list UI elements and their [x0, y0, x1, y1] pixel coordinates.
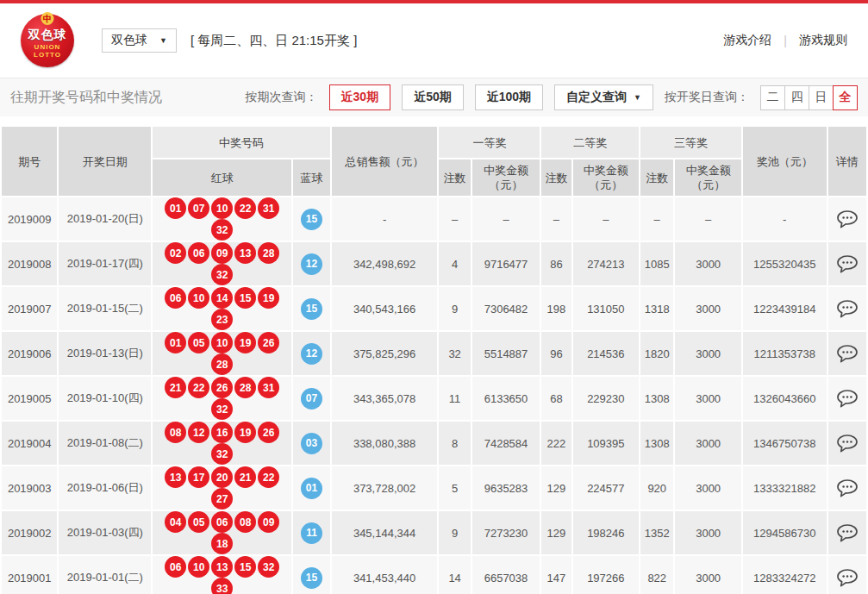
red-ball: 31	[258, 197, 279, 219]
red-ball: 22	[188, 377, 209, 398]
third-count-cell: –	[640, 197, 674, 241]
col-first-count: 注数	[438, 159, 471, 197]
blue-ball-cell: 11	[292, 510, 330, 555]
red-ball: 15	[234, 556, 256, 578]
comment-bubble-icon	[836, 254, 859, 274]
detail-button[interactable]	[827, 555, 867, 594]
red-ball: 01	[165, 197, 186, 219]
second-amount-cell: –	[572, 197, 640, 241]
red-ball: 10	[188, 556, 209, 578]
third-amount-cell: 3000	[674, 286, 742, 331]
red-balls-cell: 040506080918	[152, 510, 292, 555]
period-cell: 2019007	[1, 286, 58, 331]
col-first-amount: 中奖金额（元）	[471, 159, 541, 197]
second-amount-cell: 198246	[572, 510, 640, 555]
day-tue-button[interactable]: 二	[760, 85, 785, 110]
comment-bubble-icon	[836, 209, 859, 229]
red-balls-cell: 010510192628	[152, 331, 292, 376]
red-ball: 09	[211, 242, 233, 264]
day-sun-button[interactable]: 日	[809, 85, 834, 110]
game-select-value: 双色球	[111, 33, 147, 48]
detail-button[interactable]	[827, 376, 867, 421]
third-amount-cell: 3000	[674, 466, 742, 510]
first-count-cell: 9	[438, 286, 471, 331]
detail-button[interactable]	[827, 241, 867, 286]
col-second-prize-group: 二等奖	[540, 126, 640, 159]
period-cell: 2019008	[1, 241, 58, 286]
first-amount-cell: 7306482	[471, 286, 541, 331]
sales-cell: 340,543,166	[331, 286, 439, 331]
red-ball: 32	[258, 556, 279, 578]
period-cell: 2019003	[1, 466, 58, 510]
second-count-cell: 198	[540, 286, 571, 331]
logo-badge: 中	[41, 12, 54, 25]
second-amount-cell: 197266	[572, 555, 640, 594]
comment-bubble-icon	[836, 389, 859, 409]
red-ball: 12	[188, 422, 209, 443]
first-amount-cell: –	[471, 197, 541, 241]
red-ball: 01	[165, 332, 186, 353]
game-intro-link[interactable]: 游戏介绍	[723, 33, 771, 48]
comment-bubble-icon	[836, 299, 859, 319]
red-ball: 27	[211, 488, 233, 510]
red-ball: 06	[188, 242, 209, 264]
date-cell: 2019-01-03(四)	[58, 510, 152, 555]
last-100-button[interactable]: 近100期	[475, 84, 543, 110]
detail-button[interactable]	[827, 421, 867, 466]
table-row: 20190022019-01-03(四)04050608091811345,14…	[1, 510, 867, 555]
pool-cell: -	[742, 197, 827, 241]
last-30-button[interactable]: 近30期	[329, 84, 391, 110]
sales-cell: 343,365,078	[331, 376, 439, 421]
first-amount-cell: 9716477	[471, 241, 541, 286]
col-pool: 奖池（元）	[742, 126, 827, 197]
blue-ball: 07	[301, 388, 322, 410]
col-third-count: 注数	[640, 159, 674, 197]
red-ball: 08	[234, 511, 256, 533]
red-ball: 16	[211, 422, 233, 443]
date-cell: 2019-01-06(日)	[58, 466, 152, 510]
third-count-cell: 920	[640, 466, 674, 510]
red-ball: 32	[211, 398, 233, 420]
blue-ball-cell: 12	[292, 331, 330, 376]
detail-button[interactable]	[827, 510, 867, 555]
comment-bubble-icon	[836, 434, 859, 453]
col-sales: 总销售额（元）	[331, 126, 439, 197]
blue-ball-cell: 01	[292, 466, 330, 510]
detail-button[interactable]	[827, 466, 867, 510]
table-row: 20190012019-01-01(二)06101315323315341,45…	[1, 555, 867, 594]
detail-button[interactable]	[827, 331, 867, 376]
red-ball: 10	[211, 332, 233, 353]
period-cell: 2019005	[1, 376, 58, 421]
sales-cell: 341,453,440	[331, 555, 439, 594]
sales-cell: 373,728,002	[331, 466, 439, 510]
red-ball: 13	[165, 466, 186, 488]
last-50-button[interactable]: 近50期	[402, 84, 464, 110]
second-count-cell: 86	[540, 241, 571, 286]
results-tbody: 20190092019-01-20(日)01071022313215-–––––…	[1, 197, 867, 594]
blue-ball: 12	[301, 343, 322, 365]
union-lotto-logo-icon: 中 双色球 UNION LOTTO	[21, 14, 74, 67]
first-amount-cell: 6657038	[471, 555, 541, 594]
game-select-dropdown[interactable]: 双色球 ▼	[102, 28, 177, 53]
detail-button[interactable]	[827, 286, 867, 331]
date-cell: 2019-01-01(二)	[58, 555, 152, 594]
results-table: 期号 开奖日期 中奖号码 总销售额（元） 一等奖 二等奖 三等奖 奖池（元） 详…	[0, 125, 868, 594]
day-thu-button[interactable]: 四	[784, 85, 809, 110]
col-period: 期号	[1, 126, 58, 197]
pool-cell: 1326043660	[742, 376, 827, 421]
red-balls-cell: 212226283132	[152, 376, 292, 421]
red-balls-cell: 061013153233	[152, 555, 292, 594]
sales-cell: -	[331, 197, 439, 241]
col-second-amount: 中奖金额（元）	[572, 159, 640, 197]
col-third-prize-group: 三等奖	[640, 126, 742, 159]
day-all-button[interactable]: 全	[833, 85, 858, 110]
results-table-head: 期号 开奖日期 中奖号码 总销售额（元） 一等奖 二等奖 三等奖 奖池（元） 详…	[1, 126, 867, 197]
detail-button[interactable]	[827, 197, 867, 241]
custom-query-dropdown[interactable]: 自定义查询 ▼	[554, 84, 653, 110]
table-row: 20190092019-01-20(日)01071022313215-–––––…	[1, 197, 867, 241]
game-rules-link[interactable]: 游戏规则	[799, 33, 847, 48]
third-count-cell: 1308	[640, 421, 674, 466]
caret-down-icon: ▼	[634, 93, 641, 102]
second-count-cell: 147	[540, 555, 571, 594]
pool-cell: 1223439184	[742, 286, 827, 331]
